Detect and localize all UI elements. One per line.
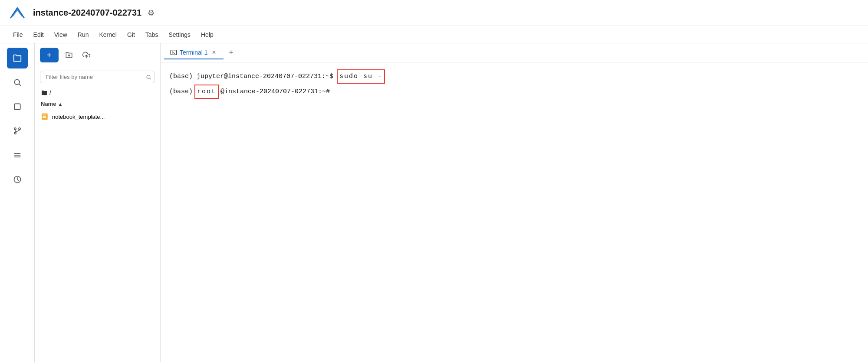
svg-rect-20 bbox=[43, 117, 46, 118]
sidebar-search-button[interactable] bbox=[7, 72, 28, 93]
new-button[interactable]: + bbox=[40, 48, 59, 62]
menu-tabs[interactable]: Tabs bbox=[141, 29, 163, 40]
sidebar-toc-button[interactable] bbox=[7, 145, 28, 166]
sidebar-git-button[interactable] bbox=[7, 121, 28, 141]
tab-bar: Terminal 1 ✕ + bbox=[161, 43, 868, 62]
main-layout: + bbox=[0, 43, 868, 362]
svg-line-16 bbox=[150, 78, 151, 79]
file-panel: + bbox=[35, 43, 161, 362]
file-list-header[interactable]: Name ▲ bbox=[35, 99, 160, 109]
sort-arrow-icon: ▲ bbox=[58, 101, 62, 107]
menu-settings[interactable]: Settings bbox=[164, 29, 195, 40]
file-name: notebook_template... bbox=[52, 114, 105, 120]
tab-close-button[interactable]: ✕ bbox=[210, 49, 217, 56]
folder-icon bbox=[41, 89, 48, 96]
svg-rect-0 bbox=[9, 4, 26, 22]
main-content: Terminal 1 ✕ + (base) jupyter@instance-2… bbox=[161, 43, 868, 362]
sidebar-files-button[interactable] bbox=[7, 48, 28, 68]
path-label: / bbox=[49, 89, 51, 96]
terminal-line1-prefix: (base) jupyter@instance-20240707-022731:… bbox=[169, 71, 333, 82]
list-item[interactable]: notebook_template... bbox=[35, 109, 160, 124]
add-tab-button[interactable]: + bbox=[225, 47, 237, 59]
menu-view[interactable]: View bbox=[50, 29, 72, 40]
svg-line-2 bbox=[19, 84, 20, 86]
current-path: / bbox=[35, 87, 160, 99]
search-input[interactable] bbox=[40, 71, 155, 83]
terminal-output[interactable]: (base) jupyter@instance-20240707-022731:… bbox=[161, 62, 868, 362]
terminal-line2-user: root bbox=[194, 85, 219, 99]
menu-kernel[interactable]: Kernel bbox=[95, 29, 121, 40]
svg-point-1 bbox=[14, 79, 20, 85]
search-box bbox=[40, 71, 155, 83]
sidebar-stop-button[interactable] bbox=[7, 96, 28, 117]
file-panel-toolbar: + bbox=[35, 43, 160, 67]
new-button-label: + bbox=[47, 51, 52, 60]
icon-sidebar bbox=[0, 43, 35, 362]
menu-help[interactable]: Help bbox=[197, 29, 218, 40]
svg-rect-19 bbox=[43, 116, 46, 117]
new-folder-button[interactable] bbox=[62, 48, 76, 62]
sidebar-clock-button[interactable] bbox=[7, 169, 28, 190]
terminal-line2-prefix: (base) bbox=[169, 86, 193, 98]
svg-rect-18 bbox=[43, 115, 47, 116]
menu-bar: File Edit View Run Kernel Git Tabs Setti… bbox=[0, 26, 868, 43]
menu-git[interactable]: Git bbox=[123, 29, 139, 40]
terminal-line1-cmd: sudo su - bbox=[337, 69, 385, 84]
name-column-header: Name bbox=[41, 101, 56, 107]
terminal-line-1: (base) jupyter@instance-20240707-022731:… bbox=[169, 69, 859, 84]
menu-run[interactable]: Run bbox=[73, 29, 93, 40]
terminal-line2-suffix: @instance-20240707-022731:~# bbox=[220, 86, 330, 98]
terminal-tab-icon bbox=[170, 49, 177, 56]
menu-file[interactable]: File bbox=[9, 29, 27, 40]
upload-button[interactable] bbox=[79, 48, 93, 62]
app-logo bbox=[9, 4, 33, 22]
svg-rect-3 bbox=[14, 104, 20, 109]
terminal-line-2: (base) root @instance-20240707-022731:~# bbox=[169, 85, 859, 99]
top-bar: instance-20240707-022731 ⚙ bbox=[0, 0, 868, 26]
instance-title: instance-20240707-022731 bbox=[33, 8, 141, 18]
notebook-file-icon bbox=[41, 113, 49, 121]
tab-label: Terminal 1 bbox=[180, 49, 208, 56]
search-icon bbox=[146, 74, 151, 80]
menu-edit[interactable]: Edit bbox=[29, 29, 48, 40]
settings-gear-icon[interactable]: ⚙ bbox=[148, 8, 155, 18]
tab-terminal1[interactable]: Terminal 1 ✕ bbox=[164, 46, 224, 59]
